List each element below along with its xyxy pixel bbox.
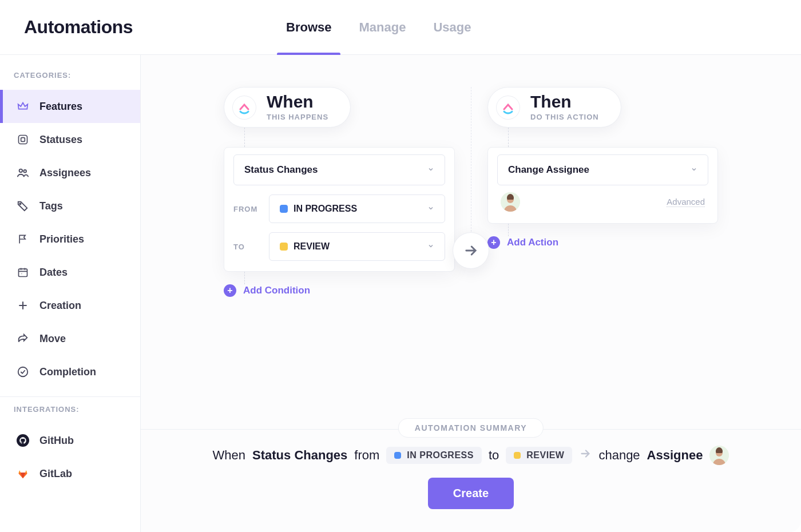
- summary-word-assignee: Assignee: [647, 448, 703, 463]
- sidebar-item-priorities[interactable]: Priorities: [0, 223, 140, 256]
- then-subtitle: DO THIS ACTION: [530, 113, 599, 121]
- assignee-avatar[interactable]: [501, 192, 520, 212]
- sidebar-item-label: Tags: [39, 200, 63, 212]
- when-title: When: [267, 93, 328, 110]
- page-title: Automations: [0, 17, 141, 38]
- sidebar-item-label: Statuses: [39, 134, 82, 146]
- add-action-button[interactable]: + Add Action: [487, 236, 558, 249]
- sidebar-item-dates[interactable]: Dates: [0, 256, 140, 289]
- sidebar-item-completion[interactable]: Completion: [0, 355, 140, 388]
- trigger-card: Status Changes FROM IN PROGRESS: [224, 147, 455, 272]
- sidebar-item-gitlab[interactable]: GitLab: [0, 457, 140, 490]
- arrow-right-icon: [579, 447, 592, 463]
- tag-icon: [17, 200, 29, 212]
- svg-rect-1: [21, 138, 25, 142]
- share-icon: [17, 332, 29, 345]
- svg-point-2: [19, 169, 23, 173]
- add-condition-label: Add Condition: [243, 285, 310, 296]
- trigger-select[interactable]: Status Changes: [233, 154, 445, 185]
- status-swatch-in-progress: [280, 205, 288, 213]
- summary-chip-in-progress: IN PROGRESS: [386, 447, 482, 464]
- arrow-connector: [453, 232, 489, 269]
- add-action-label: Add Action: [507, 237, 558, 248]
- svg-rect-0: [19, 136, 27, 144]
- sidebar: CATEGORIES: Features Statuses Assignees …: [0, 55, 141, 532]
- summary-badge: AUTOMATION SUMMARY: [398, 418, 544, 438]
- svg-point-4: [19, 203, 21, 204]
- summary-word-from: from: [354, 448, 379, 463]
- gitlab-icon: [17, 467, 29, 480]
- crown-icon: [17, 100, 29, 113]
- sidebar-item-label: Assignees: [39, 167, 91, 179]
- tab-manage[interactable]: Manage: [359, 0, 406, 55]
- trigger-select-label: Status Changes: [244, 164, 318, 176]
- sidebar-item-label: Creation: [39, 300, 81, 312]
- clickup-logo-icon: [232, 96, 256, 120]
- arrow-right-icon: [463, 243, 479, 259]
- plus-circle-icon: +: [224, 284, 236, 297]
- tabs-bar: Browse Manage Usage: [141, 0, 801, 55]
- when-header: When THIS HAPPENS: [224, 87, 351, 128]
- sidebar-item-label: Features: [39, 101, 82, 113]
- chevron-down-icon: [427, 204, 434, 214]
- svg-point-3: [23, 170, 26, 173]
- to-label: TO: [233, 243, 261, 251]
- chevron-down-icon: [427, 164, 434, 176]
- sidebar-integrations-title: INTEGRATIONS:: [0, 405, 140, 424]
- then-title: Then: [530, 93, 599, 110]
- summary-sentence: When Status Changes from IN PROGRESS to …: [164, 446, 778, 465]
- flag-icon: [17, 233, 29, 245]
- sidebar-item-label: Move: [39, 333, 66, 345]
- when-subtitle: THIS HAPPENS: [267, 113, 328, 121]
- action-card: Change Assignee Advanced: [487, 147, 718, 224]
- tab-usage[interactable]: Usage: [433, 0, 471, 55]
- from-status-value: IN PROGRESS: [294, 204, 357, 214]
- to-status-value: REVIEW: [294, 241, 330, 252]
- sidebar-item-features[interactable]: Features: [0, 90, 140, 123]
- then-header: Then DO THIS ACTION: [487, 87, 621, 128]
- sidebar-item-statuses[interactable]: Statuses: [0, 123, 140, 156]
- sidebar-item-creation[interactable]: Creation: [0, 289, 140, 322]
- square-icon: [17, 133, 29, 146]
- summary-word-trigger: Status Changes: [252, 448, 347, 463]
- chevron-down-icon: [427, 241, 434, 252]
- action-select-label: Change Assignee: [508, 164, 589, 176]
- sidebar-item-tags[interactable]: Tags: [0, 189, 140, 223]
- plus-icon: [17, 299, 29, 312]
- sidebar-item-assignees[interactable]: Assignees: [0, 156, 140, 189]
- advanced-link[interactable]: Advanced: [667, 197, 705, 207]
- tab-browse[interactable]: Browse: [286, 0, 331, 55]
- summary-word-when: When: [213, 448, 245, 463]
- summary-panel: AUTOMATION SUMMARY When Status Changes f…: [141, 429, 801, 532]
- sidebar-item-move[interactable]: Move: [0, 322, 140, 355]
- when-lane: When THIS HAPPENS Status Changes FROM: [208, 87, 471, 297]
- add-condition-button[interactable]: + Add Condition: [224, 284, 310, 297]
- github-icon: [17, 434, 29, 447]
- people-icon: [17, 166, 29, 179]
- sidebar-item-label: GitHub: [39, 435, 74, 447]
- summary-chip-review: REVIEW: [506, 447, 572, 464]
- main: When THIS HAPPENS Status Changes FROM: [141, 55, 801, 532]
- svg-point-6: [18, 367, 28, 377]
- sidebar-item-label: Priorities: [39, 233, 84, 245]
- action-select[interactable]: Change Assignee: [497, 154, 708, 185]
- sidebar-item-github[interactable]: GitHub: [0, 424, 140, 457]
- summary-assignee-avatar: [709, 446, 729, 465]
- calendar-icon: [17, 266, 29, 279]
- sidebar-item-label: Completion: [39, 366, 96, 378]
- sidebar-item-label: GitLab: [39, 468, 72, 480]
- sidebar-categories-title: CATEGORIES:: [0, 71, 140, 90]
- check-icon: [17, 366, 29, 378]
- create-button[interactable]: Create: [428, 478, 514, 509]
- sidebar-item-label: Dates: [39, 267, 68, 279]
- then-lane: Then DO THIS ACTION Change Assignee Adva…: [471, 87, 734, 249]
- plus-circle-icon: +: [487, 236, 500, 249]
- summary-word-change: change: [598, 448, 640, 463]
- summary-word-to: to: [489, 448, 499, 463]
- to-status-select[interactable]: REVIEW: [269, 232, 445, 261]
- status-swatch-review: [280, 243, 288, 251]
- from-status-select[interactable]: IN PROGRESS: [269, 194, 445, 223]
- from-label: FROM: [233, 205, 261, 213]
- svg-rect-5: [19, 269, 27, 276]
- chevron-down-icon: [691, 164, 697, 176]
